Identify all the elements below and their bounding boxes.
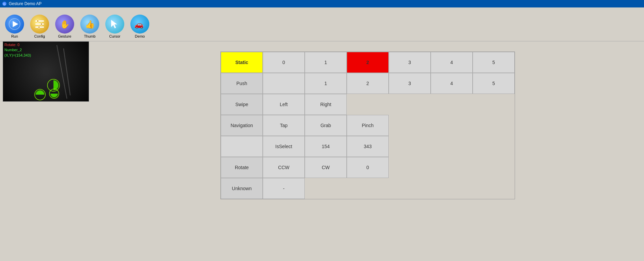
push-empty <box>263 73 305 94</box>
cursor-icon-svg <box>109 18 121 30</box>
toolbar-run[interactable]: Run <box>3 13 26 40</box>
cursor-icon <box>105 15 124 34</box>
svg-point-8 <box>41 23 42 25</box>
push-3: 3 <box>389 73 431 94</box>
static-3: 3 <box>389 52 431 73</box>
title-bar: G Gesture Demo AP <box>0 0 644 7</box>
static-label: Static <box>221 52 263 73</box>
camera-status: Rotate: 0 Number_2 (X,Y)=(154,343) <box>4 42 31 58</box>
toolbar-gesture[interactable]: ✋ Gesture <box>53 13 77 40</box>
static-2: 2 <box>347 52 389 73</box>
svg-point-7 <box>37 20 39 22</box>
config-icon-svg <box>34 18 46 30</box>
gesture-icon-svg: ✋ <box>59 18 71 30</box>
static-row: Static 0 1 2 3 4 5 <box>221 52 515 73</box>
toolbar-config[interactable]: Config <box>28 13 51 40</box>
isselect-row: IsSelect 154 343 <box>221 136 515 157</box>
navigation-pinch: Pinch <box>347 115 389 136</box>
isselect-x: 154 <box>305 136 347 157</box>
unknown-value: - <box>263 178 305 199</box>
static-5: 5 <box>473 52 515 73</box>
swipe-row: Swipe Left Right <box>221 94 515 115</box>
push-label: Push <box>221 73 263 94</box>
gesture-grid: Static 0 1 2 3 4 5 Push 1 2 3 4 5 Swipe … <box>220 52 515 199</box>
cursor-label: Cursor <box>109 34 120 38</box>
rotate-row: Rotate CCW CW 0 <box>221 157 515 178</box>
svg-text:🚗: 🚗 <box>134 20 144 29</box>
main-content: Static 0 1 2 3 4 5 Push 1 2 3 4 5 Swipe … <box>91 41 644 261</box>
gesture-label: Gesture <box>58 34 71 38</box>
isselect-empty <box>221 136 263 157</box>
navigation-label: Navigation <box>221 115 263 136</box>
window-title: Gesture Demo AP <box>9 1 42 6</box>
rotate-label: Rotate <box>221 157 263 178</box>
run-icon-svg <box>8 18 21 30</box>
config-label: Config <box>34 34 45 38</box>
toolbar-cursor[interactable]: Cursor <box>103 13 127 40</box>
thumb-icon-svg: 👍 <box>84 18 96 30</box>
toolbar-demo[interactable]: 🚗 Demo <box>128 13 152 40</box>
swipe-right: Right <box>305 94 347 115</box>
rotate-cw: CW <box>305 157 347 178</box>
isselect-label: IsSelect <box>263 136 305 157</box>
svg-text:✋: ✋ <box>60 20 70 29</box>
rotate-value: 0 <box>347 157 389 178</box>
svg-point-9 <box>38 26 40 28</box>
toolbar-thumb[interactable]: 👍 Thumb <box>78 13 102 40</box>
unknown-label: Unknown <box>221 178 263 199</box>
demo-label: Demo <box>135 34 145 38</box>
run-label: Run <box>11 34 18 38</box>
config-icon <box>30 15 49 34</box>
push-4: 4 <box>431 73 473 94</box>
svg-text:👍: 👍 <box>85 20 95 29</box>
push-1: 1 <box>305 73 347 94</box>
demo-icon-svg: 🚗 <box>134 18 146 30</box>
demo-icon: 🚗 <box>130 15 149 34</box>
thumb-icon: 👍 <box>80 15 99 34</box>
navigation-grab: Grab <box>305 115 347 136</box>
run-icon <box>5 15 24 34</box>
thumb-label: Thumb <box>84 34 95 38</box>
rotate-status: Rotate: 0 <box>4 42 31 47</box>
navigation-row: Navigation Tap Grab Pinch <box>221 115 515 136</box>
svg-rect-4 <box>35 20 44 22</box>
number-status: Number_2 <box>4 47 31 53</box>
svg-marker-12 <box>111 20 117 28</box>
rotate-ccw: CCW <box>263 157 305 178</box>
push-5: 5 <box>473 73 515 94</box>
push-2: 2 <box>347 73 389 94</box>
swipe-left: Left <box>263 94 305 115</box>
static-1: 1 <box>305 52 347 73</box>
camera-view: Rotate: 0 Number_2 (X,Y)=(154,343) <box>3 41 89 102</box>
navigation-tap: Tap <box>263 115 305 136</box>
static-0: 0 <box>263 52 305 73</box>
isselect-y: 343 <box>347 136 389 157</box>
coords-status: (X,Y)=(154,343) <box>4 53 31 58</box>
swipe-label: Swipe <box>221 94 263 115</box>
gesture-icon: ✋ <box>55 15 74 34</box>
static-4: 4 <box>431 52 473 73</box>
unknown-row: Unknown - <box>221 178 515 199</box>
svg-rect-5 <box>35 23 44 25</box>
svg-text:G: G <box>3 2 6 6</box>
push-row: Push 1 2 3 4 5 <box>221 73 515 94</box>
svg-marker-3 <box>13 21 18 27</box>
app-icon: G <box>2 1 7 6</box>
toolbar: Run Config ✋ Gesture 👍 Thum <box>0 7 644 41</box>
